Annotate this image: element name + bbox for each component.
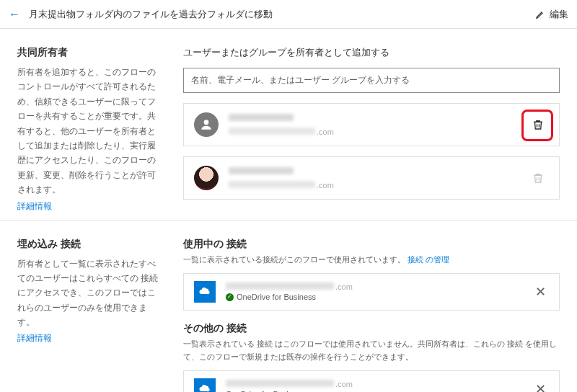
embed-left-panel: 埋め込み 接続 所有者として一覧に表示されたすべてのユーザーはこれらすべての 接… (17, 238, 162, 392)
back-arrow-icon[interactable]: ← (9, 8, 20, 21)
connection-email-suffix: .com (335, 282, 353, 291)
onedrive-icon (194, 281, 216, 303)
owner-card: .com (183, 156, 560, 200)
connection-email-suffix: .com (335, 380, 353, 388)
owner-name-redacted (229, 167, 294, 174)
owners-section: 共同所有者 所有者を追加すると、このフローのコントロールがすべて許可されるため、… (0, 29, 577, 220)
top-bar: ← 月末提出物フォルダ内のファイルを過去分フォルダに移動 編集 (0, 0, 577, 29)
remove-owner-button[interactable] (527, 114, 549, 135)
pencil-icon (535, 9, 545, 19)
page-title: 月末提出物フォルダ内のファイルを過去分フォルダに移動 (29, 8, 535, 21)
owners-description: 所有者を追加すると、このフローのコントロールがすべて許可されるため、信頼できるユ… (17, 65, 162, 197)
connection-email-redacted (226, 380, 334, 387)
remove-connection-button[interactable]: ✕ (532, 284, 549, 300)
owner-info: .com (229, 167, 527, 190)
owners-left-panel: 共同所有者 所有者を追加すると、このフローのコントロールがすべて許可されるため、… (17, 46, 162, 213)
connection-info: .com OneDrive for Business (226, 380, 532, 392)
owner-email-suffix: .com (317, 128, 334, 136)
avatar-photo (194, 166, 219, 190)
in-use-subtext: 一覧に表示されている接続がこのフローで使用されています。 接続 の管理 (183, 254, 560, 267)
embed-description: 所有者として一覧に表示されたすべてのユーザーはこれらすべての 接続 にアクセスで… (17, 257, 162, 330)
embed-heading: 埋め込み 接続 (17, 238, 162, 251)
remove-connection-button[interactable]: ✕ (532, 381, 549, 392)
connection-service-row: ✓ OneDrive for Business (226, 293, 532, 301)
owner-search-input[interactable]: 名前、電子メール、またはユーザー グループを入力する (183, 68, 560, 93)
edit-button[interactable]: 編集 (535, 8, 568, 21)
svg-point-0 (204, 120, 209, 125)
connection-card: .com ✓ OneDrive for Business ✕ (183, 273, 560, 311)
owner-name-redacted (229, 114, 294, 121)
connections-right-panel: 使用中の 接続 一覧に表示されている接続がこのフローで使用されています。 接続 … (183, 238, 560, 392)
owner-email-suffix: .com (317, 181, 334, 190)
connection-service: OneDrive for Business (237, 293, 316, 301)
trash-icon (532, 118, 545, 131)
remove-owner-button-disabled (527, 167, 549, 189)
owners-details-link[interactable]: 詳細情報 (17, 200, 52, 213)
owner-email-redacted (229, 128, 315, 135)
onedrive-icon (194, 378, 216, 392)
owner-email-redacted (229, 181, 315, 188)
trash-icon (532, 172, 545, 184)
edit-label: 編集 (550, 8, 568, 21)
avatar-placeholder-icon (194, 112, 219, 137)
embed-details-link[interactable]: 詳細情報 (17, 332, 52, 344)
manage-connections-link[interactable]: 接続 の管理 (408, 255, 449, 264)
connection-card: .com OneDrive for Business ✕ (183, 370, 560, 392)
in-use-heading: 使用中の 接続 (183, 238, 560, 251)
owner-card: .com (183, 103, 560, 146)
other-conn-heading: その他の 接続 (183, 322, 560, 335)
add-owner-heading: ユーザーまたはグループを所有者として追加する (183, 46, 560, 59)
owner-info: .com (229, 114, 527, 136)
connection-email-redacted (226, 282, 334, 290)
connections-section: 埋め込み 接続 所有者として一覧に表示されたすべてのユーザーはこれらすべての 接… (0, 220, 577, 392)
other-conn-subtext: 一覧表示されている 接続 はこのフローでは使用されていません。共同所有者は、これ… (183, 338, 560, 363)
owners-right-panel: ユーザーまたはグループを所有者として追加する 名前、電子メール、またはユーザー … (183, 46, 560, 213)
in-use-sub-prefix: 一覧に表示されている接続がこのフローで使用されています。 (183, 255, 405, 264)
owners-heading: 共同所有者 (17, 46, 162, 59)
connection-info: .com ✓ OneDrive for Business (226, 282, 532, 301)
check-icon: ✓ (226, 293, 234, 301)
